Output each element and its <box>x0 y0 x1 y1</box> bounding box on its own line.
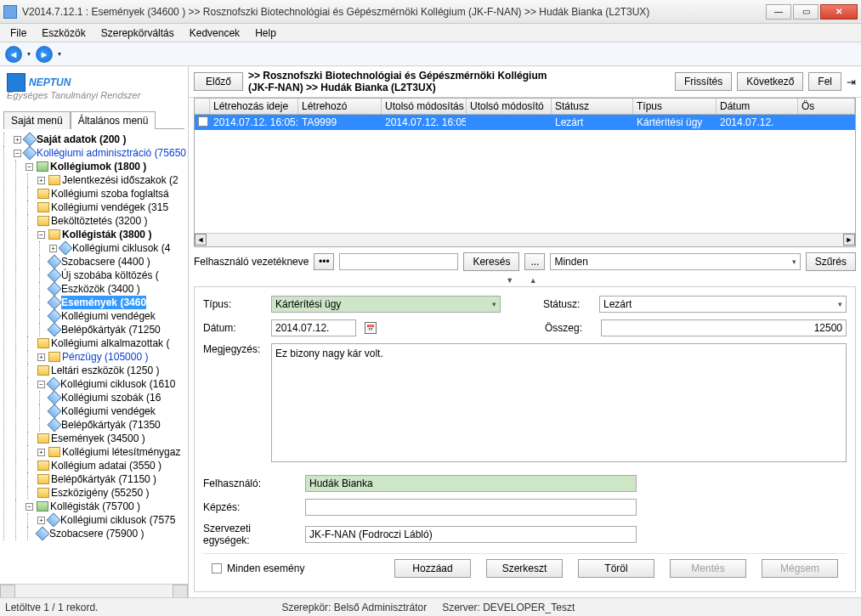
megj-textarea[interactable]: Ez bizony nagy kár volt. <box>271 343 847 462</box>
tab-general[interactable]: Általános menü <box>71 111 156 129</box>
nav-forward-drop[interactable]: ▾ <box>58 50 61 58</box>
tree-item[interactable]: Belépőkártyák (71150 ) <box>51 472 156 486</box>
pin-icon[interactable]: ⇥ <box>847 76 856 88</box>
tree-hscroll[interactable] <box>0 584 188 597</box>
tree-item[interactable]: Beköltöztetés (3200 ) <box>51 214 147 228</box>
prev-button[interactable]: Előző <box>194 72 243 91</box>
expand-icon[interactable]: + <box>37 177 45 184</box>
col-header[interactable]: Utolsó módosítás ... <box>382 99 467 114</box>
menu-roles[interactable]: Szerepkörváltás <box>94 25 181 41</box>
search-button[interactable]: Keresés <box>463 252 519 271</box>
search-filter-select[interactable]: Minden <box>550 253 800 270</box>
expand-icon[interactable]: − <box>37 231 45 239</box>
col-header[interactable]: Státusz <box>552 99 633 114</box>
grid-hscroll[interactable]: ◄ ► <box>195 233 855 246</box>
search-input[interactable] <box>339 253 458 270</box>
tree-item[interactable]: Kollégium adatai (3550 ) <box>51 459 161 472</box>
expand-icon[interactable]: − <box>25 163 33 171</box>
tree-item[interactable]: Kollégiumi létesítménygaz <box>62 445 180 459</box>
splitter-icon[interactable]: ▼ ▲ <box>189 276 861 286</box>
expand-icon[interactable]: − <box>37 381 45 388</box>
close-button[interactable]: ✕ <box>820 4 858 20</box>
tree-item[interactable]: Kollégiumi szobák (16 <box>61 391 161 404</box>
expand-icon[interactable]: + <box>37 353 45 361</box>
kepzes-input[interactable] <box>305 499 637 516</box>
cancel-button[interactable]: Mégsem <box>762 559 838 578</box>
szerv-input[interactable] <box>305 526 637 543</box>
tree-item[interactable]: Eszközök (3400 ) <box>61 282 140 296</box>
refresh-button[interactable]: Frissítés <box>675 72 732 91</box>
col-header[interactable]: Ös <box>798 99 855 114</box>
tree-item[interactable]: Kollégisták (3800 ) <box>62 228 151 241</box>
search-mode-button[interactable]: ••• <box>314 253 334 270</box>
tree-item[interactable]: Belépőkártyák (71250 <box>61 323 161 336</box>
row-checkbox[interactable] <box>198 116 208 127</box>
scroll-left-icon[interactable]: ◄ <box>195 234 207 246</box>
statusz-select[interactable]: Lezárt <box>599 296 847 313</box>
edit-button[interactable]: Szerkeszt <box>486 559 563 578</box>
nav-forward-button[interactable]: ► <box>36 46 53 63</box>
felh-input[interactable] <box>305 475 637 492</box>
menu-tools[interactable]: Eszközök <box>35 25 92 41</box>
expand-icon[interactable]: + <box>49 245 57 252</box>
expand-icon[interactable]: + <box>37 449 45 456</box>
tree-item[interactable]: Szobacsere (75900 ) <box>49 527 144 540</box>
search-more-button[interactable]: ... <box>524 253 545 270</box>
expand-icon[interactable]: + <box>37 517 45 524</box>
tree-item[interactable]: Kollégiumi ciklusok (4 <box>72 241 170 255</box>
tree-item[interactable]: Kollégiumi ciklusok (1610 <box>60 377 175 391</box>
tree-item[interactable]: Leltári eszközök (1250 ) <box>51 364 159 377</box>
filter-button[interactable]: Szűrés <box>806 252 856 271</box>
tree-item[interactable]: Kollégiumi alkalmazottak ( <box>51 336 169 350</box>
tree-item[interactable]: Kollégiumi adminisztráció (75650 <box>37 146 186 160</box>
menu-help[interactable]: Help <box>248 25 283 41</box>
minden-checkbox[interactable]: Minden esemény <box>212 562 304 574</box>
menu-fav[interactable]: Kedvencek <box>183 25 246 41</box>
tree-item[interactable]: Belépőkártyák (71350 <box>61 418 161 432</box>
tree-item[interactable]: Kollégiumi ciklusok (7575 <box>60 513 175 527</box>
col-header[interactable]: Utolsó módosító <box>467 99 552 114</box>
col-checkbox[interactable] <box>195 99 210 114</box>
table-row[interactable]: 2014.07.12. 16:05:4 TA9999 2014.07.12. 1… <box>195 115 855 130</box>
tree-item[interactable]: Események (34500 ) <box>51 432 145 445</box>
maximize-button[interactable]: ▭ <box>793 4 819 20</box>
scroll-right-icon[interactable]: ► <box>843 234 855 246</box>
save-button[interactable]: Mentés <box>670 559 746 578</box>
form-area: Típus: Kártérítési ügy Státusz: Lezárt D… <box>194 286 856 592</box>
tree-item[interactable]: Kollégiumi vendégek <box>61 309 156 323</box>
datum-input[interactable] <box>271 319 356 336</box>
nav-tree[interactable]: +Saját adatok (200 ) −Kollégiumi adminis… <box>0 129 188 584</box>
tree-item[interactable]: Pénzügy (105000 ) <box>62 350 148 364</box>
tree-item[interactable]: Új szobába költözés ( <box>61 268 159 282</box>
menu-file[interactable]: File <box>3 25 33 41</box>
osszeg-input[interactable] <box>601 319 847 336</box>
minimize-button[interactable]: — <box>766 4 791 20</box>
col-header[interactable]: Létrehozás ideje <box>210 99 298 114</box>
up-button[interactable]: Fel <box>808 72 841 91</box>
tree-item[interactable]: Eszközigény (55250 ) <box>51 486 149 500</box>
tree-item[interactable]: Jelentkezési időszakok (2 <box>62 173 178 187</box>
tree-item[interactable]: Saját adatok (200 ) <box>37 133 126 146</box>
tree-item[interactable]: Kollégiumi vendégek (315 <box>51 201 168 214</box>
expand-icon[interactable]: + <box>14 136 21 144</box>
calendar-icon[interactable]: 📅 <box>365 322 377 334</box>
tree-item-selected[interactable]: Események (3460 <box>61 296 146 309</box>
nav-back-button[interactable]: ◄ <box>5 46 22 63</box>
tree-item[interactable]: Kollégiumi vendégek <box>61 404 156 418</box>
tree-item[interactable]: Kollégiumi szoba foglaltsá <box>51 187 169 201</box>
nav-back-drop[interactable]: ▾ <box>27 50 31 58</box>
add-button[interactable]: Hozzáad <box>394 559 471 578</box>
diamond-icon <box>48 418 62 432</box>
delete-button[interactable]: Töröl <box>578 559 654 578</box>
col-header[interactable]: Létrehozó <box>298 99 382 114</box>
tree-item[interactable]: Kollégisták (75700 ) <box>50 500 140 513</box>
tree-item[interactable]: Szobacsere (4400 ) <box>61 255 150 268</box>
tree-item[interactable]: Kollégiumok (1800 ) <box>50 160 146 173</box>
expand-icon[interactable]: − <box>14 150 21 157</box>
tipus-select[interactable]: Kártérítési ügy <box>271 296 501 313</box>
col-header[interactable]: Típus <box>633 99 717 114</box>
tab-own[interactable]: Saját menü <box>3 111 71 129</box>
expand-icon[interactable]: − <box>25 503 33 511</box>
next-button[interactable]: Következő <box>737 72 803 91</box>
col-header[interactable]: Dátum <box>717 99 798 114</box>
